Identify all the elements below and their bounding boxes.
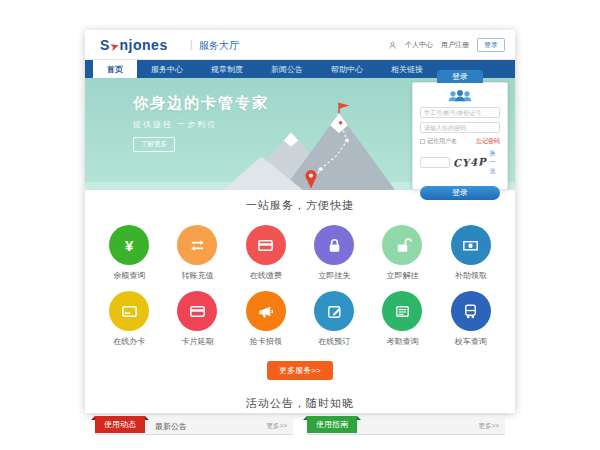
captcha-row: CY4P 换一张	[420, 149, 500, 176]
person-icon	[388, 41, 397, 50]
service-report-loss[interactable]: 立即挂失	[300, 225, 368, 281]
service-label: 转账充值	[163, 270, 231, 281]
service-label: 立即解挂	[368, 270, 436, 281]
remember-checkbox[interactable]	[420, 139, 425, 144]
service-label: 考勤查询	[368, 336, 436, 347]
captcha-image[interactable]: CY4P	[453, 156, 487, 169]
service-card-renewal[interactable]: 卡片延期	[163, 291, 231, 347]
service-pay-online[interactable]: 在线缴费	[232, 225, 300, 281]
service-lost-found[interactable]: 拾卡招领	[232, 291, 300, 347]
service-label: 卡片延期	[163, 336, 231, 347]
login-tab[interactable]: 登录	[437, 70, 483, 83]
service-school-bus[interactable]: 校车查询	[437, 291, 505, 347]
more-services-button[interactable]: 更多服务>>	[267, 361, 332, 380]
announcement-tab-bars: 使用动态 最新公告 更多>> 使用指南 更多>>	[85, 418, 515, 435]
hero-cta-button[interactable]: 了解更多	[133, 137, 175, 152]
site-container: S➤njones | 服务大厅 个人中心 用户注册 登录 首页 服务中心 规章制…	[85, 30, 515, 413]
transfer-arrows-icon	[177, 225, 217, 265]
hero-subtitle: 提供捷径 一步到位	[133, 119, 269, 130]
password-input[interactable]	[420, 122, 500, 133]
service-label: 校车查询	[437, 336, 505, 347]
users-group-icon	[445, 89, 475, 103]
tab-latest-announcements[interactable]: 最新公告	[145, 421, 197, 432]
services-section: 一站服务，方便快捷 ¥ 余额查询 转账充值 在线缴费	[85, 190, 515, 390]
service-label: 拾卡招领	[232, 336, 300, 347]
remember-label: 记住用户名	[427, 137, 457, 146]
yen-glyph: ¥	[125, 237, 133, 254]
services-grid: ¥ 余额查询 转账充值 在线缴费 立即挂失	[85, 213, 515, 347]
site-title: 服务大厅	[199, 39, 239, 53]
list-icon	[382, 291, 422, 331]
top-right-links: 个人中心 用户注册 登录	[388, 38, 505, 52]
lock-icon	[314, 225, 354, 265]
nav-item-rules[interactable]: 规章制度	[197, 60, 257, 78]
more-services-wrap: 更多服务>>	[85, 347, 515, 390]
card-icon	[246, 225, 286, 265]
banknote-icon	[451, 225, 491, 265]
edit-icon	[314, 291, 354, 331]
login-panel: 记住用户名 忘记密码 CY4P 换一张 登录	[412, 82, 508, 190]
username-input[interactable]	[420, 107, 500, 118]
announcements-section: 活动公告，随时知晓 使用动态 最新公告 更多>> 使用指南 更多>>	[85, 390, 515, 435]
personal-center-link[interactable]: 个人中心	[405, 40, 433, 50]
services-title: 一站服务，方便快捷	[85, 198, 515, 213]
remember-row: 记住用户名 忘记密码	[420, 137, 500, 146]
captcha-input[interactable]	[420, 157, 450, 168]
header-login-button[interactable]: 登录	[477, 38, 505, 52]
service-apply-card[interactable]: 在线办卡	[95, 291, 163, 347]
nav-item-help[interactable]: 帮助中心	[317, 60, 377, 78]
service-balance[interactable]: ¥ 余额查询	[95, 225, 163, 281]
service-subsidy[interactable]: 补助领取	[437, 225, 505, 281]
announcement-bar-right: 使用指南 更多>>	[307, 418, 505, 435]
bus-icon	[451, 291, 491, 331]
login-submit-button[interactable]: 登录	[420, 186, 500, 200]
logo-text-rest: njones	[120, 37, 168, 53]
unlock-icon	[382, 225, 422, 265]
service-label: 立即挂失	[300, 270, 368, 281]
service-label: 补助领取	[437, 270, 505, 281]
service-unfreeze[interactable]: 立即解挂	[368, 225, 436, 281]
user-register-link[interactable]: 用户注册	[441, 40, 469, 50]
card-icon	[109, 291, 149, 331]
top-bar: S➤njones | 服务大厅 个人中心 用户注册 登录	[85, 30, 515, 60]
nav-item-links[interactable]: 相关链接	[377, 60, 437, 78]
yen-icon: ¥	[109, 225, 149, 265]
tab-usage-guide[interactable]: 使用指南	[307, 416, 357, 433]
logo-divider: |	[190, 39, 193, 50]
service-online-booking[interactable]: 在线预订	[300, 291, 368, 347]
more-link-left[interactable]: 更多>>	[266, 422, 293, 431]
card-icon	[177, 291, 217, 331]
captcha-refresh-link[interactable]: 换一张	[490, 149, 500, 176]
hero-title: 你身边的卡管专家	[133, 94, 269, 113]
announcement-bar-left: 使用动态 最新公告 更多>>	[95, 418, 293, 435]
tab-usage-news[interactable]: 使用动态	[95, 416, 145, 433]
service-label: 在线缴费	[232, 270, 300, 281]
hero-text-block: 你身边的卡管专家 提供捷径 一步到位 了解更多	[133, 94, 269, 152]
nav-item-home[interactable]: 首页	[93, 60, 137, 78]
announcements-title: 活动公告，随时知晓	[85, 390, 515, 418]
megaphone-icon	[246, 291, 286, 331]
nav-item-service-center[interactable]: 服务中心	[137, 60, 197, 78]
more-link-right[interactable]: 更多>>	[478, 422, 505, 431]
service-attendance[interactable]: 考勤查询	[368, 291, 436, 347]
service-label: 在线办卡	[95, 336, 163, 347]
service-label: 余额查询	[95, 270, 163, 281]
service-label: 在线预订	[300, 336, 368, 347]
service-transfer[interactable]: 转账充值	[163, 225, 231, 281]
forgot-password-link[interactable]: 忘记密码	[476, 137, 500, 146]
logo[interactable]: S➤njones	[100, 37, 168, 53]
nav-item-news[interactable]: 新闻公告	[257, 60, 317, 78]
